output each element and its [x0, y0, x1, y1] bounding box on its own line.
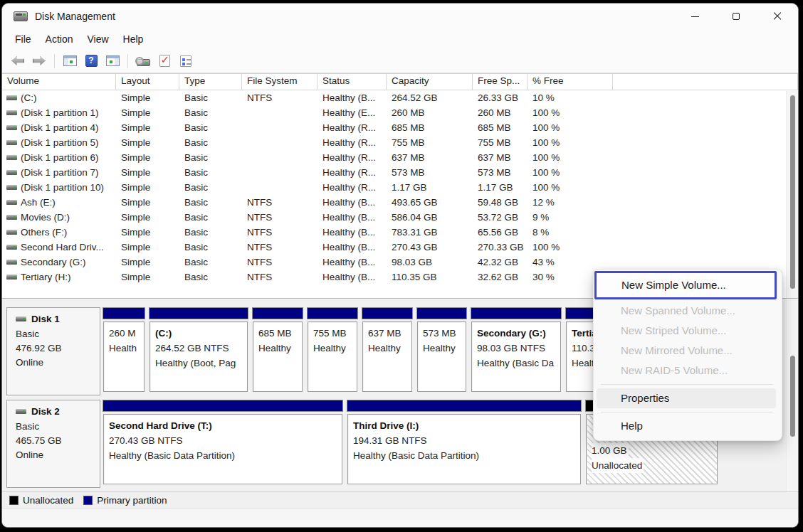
forward-button[interactable] — [29, 52, 49, 70]
volume-name-cell: (Disk 1 partition 5) — [2, 137, 116, 148]
forward-icon — [33, 56, 46, 65]
percent-free-cell: 100 % — [528, 137, 613, 148]
rescan-disks-button[interactable] — [133, 52, 153, 70]
partition-260-m[interactable]: 260 MHealth — [103, 307, 145, 395]
toolbar-separator — [54, 54, 55, 68]
table-row[interactable]: Movies (D:)SimpleBasicNTFSHealthy (B...5… — [2, 210, 798, 225]
partition-body: (C:)264.52 GB NTFSHealthy (Boot, Pag — [149, 321, 248, 392]
disk-header-disk-1[interactable]: Disk 1Basic476.92 GBOnline — [6, 307, 100, 395]
column-header-type[interactable]: Type — [179, 74, 242, 90]
partition-755-mb[interactable]: 755 MBHealthy — [307, 307, 358, 395]
table-row[interactable]: Secondary (G:)SimpleBasicNTFSHealthy (B.… — [2, 255, 798, 270]
partition-third-drive-i[interactable]: Third Drive (I:)194.31 GB NTFSHealthy (B… — [347, 400, 582, 488]
window-title: Disk Management — [35, 11, 115, 22]
show-action-pane-button[interactable] — [103, 52, 122, 70]
disk-header-disk-2[interactable]: Disk 2Basic465.75 GBOnline — [6, 400, 100, 488]
status-bar — [2, 509, 798, 527]
minimize-button[interactable] — [674, 4, 715, 29]
primary-partition-color-strip — [149, 307, 248, 319]
properties-list-icon — [180, 55, 191, 67]
legend-swatch-primary-partition — [83, 496, 93, 505]
menu-action[interactable]: Action — [38, 31, 80, 47]
partition-second-hard-drive-t[interactable]: Second Hard Drive (T:)270.43 GB NTFSHeal… — [103, 400, 343, 488]
volume-drive-icon — [6, 245, 17, 250]
volume-name: Second Hard Driv... — [21, 242, 104, 252]
check-document-button[interactable] — [154, 52, 174, 70]
menu-view[interactable]: View — [80, 31, 115, 47]
partition-c[interactable]: (C:)264.52 GB NTFSHealthy (Boot, Pag — [149, 307, 248, 395]
column-header-free-sp[interactable]: Free Sp... — [473, 74, 528, 90]
partition-size: 264.52 GB NTFS — [155, 341, 242, 356]
maximize-button[interactable] — [715, 4, 757, 29]
table-row[interactable]: (Disk 1 partition 6)SimpleBasicHealthy (… — [2, 150, 798, 165]
table-row[interactable]: (C:)SimpleBasicNTFSHealthy (B...264.52 G… — [2, 90, 798, 105]
capacity-cell: 755 MB — [387, 137, 473, 148]
volume-list-scrollbar-thumb[interactable] — [790, 95, 795, 289]
help-button[interactable] — [81, 52, 101, 70]
menu-help[interactable]: Help — [116, 31, 151, 47]
partition-body: 573 MBHealthy — [417, 321, 466, 392]
volume-name-cell: Movies (D:) — [2, 212, 116, 223]
partition-body: Second Hard Drive (T:)270.43 GB NTFSHeal… — [103, 414, 342, 484]
partition-secondary-g[interactable]: Secondary (G:)98.03 GB NTFSHealthy (Basi… — [471, 307, 562, 395]
partition-637-mb[interactable]: 637 MBHealthy — [362, 307, 413, 395]
properties-list-button[interactable] — [176, 52, 196, 70]
back-button[interactable] — [8, 52, 28, 70]
volume-name: (Disk 1 partition 5) — [21, 137, 99, 148]
context-menu: New Simple Volume...New Spanned Volume..… — [593, 269, 782, 441]
partition-size: 260 M — [109, 326, 139, 341]
legend-item-primary-partition: Primary partition — [83, 495, 167, 506]
table-row[interactable]: (Disk 1 partition 1)SimpleBasicHealthy (… — [2, 105, 798, 120]
partition-label: Third Drive (I:) — [353, 418, 575, 433]
table-row[interactable]: (Disk 1 partition 5)SimpleBasicHealthy (… — [2, 135, 798, 150]
percent-free-cell: 12 % — [528, 197, 613, 208]
disk-size: 465.75 GB — [16, 434, 100, 448]
partition-status: Healthy — [313, 341, 352, 356]
free-space-cell: 32.62 GB — [473, 272, 528, 282]
table-row[interactable]: Others (F:)SimpleBasicNTFSHealthy (B...7… — [2, 225, 798, 240]
percent-free-cell: 43 % — [528, 257, 613, 267]
context-menu-item-help[interactable]: Help — [594, 416, 782, 436]
column-header-volume[interactable]: Volume — [2, 74, 116, 90]
table-row[interactable]: Ash (E:)SimpleBasicNTFSHealthy (B...493.… — [2, 195, 798, 210]
partition-685-mb[interactable]: 685 MBHealthy — [252, 307, 303, 395]
free-space-cell: 260 MB — [473, 107, 528, 118]
context-menu-item-properties[interactable]: Properties — [597, 388, 776, 408]
volume-name: Tertiary (H:) — [21, 272, 71, 282]
column-header-status[interactable]: Status — [317, 74, 387, 90]
context-menu-item-new-mirrored-volume: New Mirrored Volume... — [594, 341, 782, 361]
table-row[interactable]: (Disk 1 partition 10)SimpleBasicHealthy … — [2, 180, 798, 195]
filesystem-cell: NTFS — [242, 227, 317, 238]
partition-573-mb[interactable]: 573 MBHealthy — [416, 307, 467, 395]
status-cell: Healthy (B... — [317, 272, 387, 282]
table-row[interactable]: (Disk 1 partition 4)SimpleBasicHealthy (… — [2, 120, 798, 135]
volume-list-scrollbar[interactable] — [786, 91, 798, 298]
volume-drive-icon — [6, 95, 17, 100]
menu-file[interactable]: File — [8, 31, 38, 47]
context-menu-item-new-simple-volume[interactable]: New Simple Volume... — [594, 271, 777, 299]
percent-free-cell: 100 % — [528, 167, 613, 178]
status-cell: Healthy (R... — [317, 167, 387, 178]
legend-item-unallocated: Unallocated — [9, 495, 73, 506]
layout-cell: Simple — [116, 212, 179, 223]
primary-partition-color-strip — [416, 307, 467, 319]
column-header-capacity[interactable]: Capacity — [387, 74, 473, 90]
table-row[interactable]: Second Hard Driv...SimpleBasicNTFSHealth… — [2, 240, 798, 255]
capacity-cell: 637 MB — [387, 152, 473, 163]
partition-size: 98.03 GB NTFS — [477, 341, 555, 356]
context-menu-item-new-raid-5-volume: New RAID-5 Volume... — [594, 361, 782, 381]
show-console-tree-button[interactable] — [60, 52, 80, 70]
table-row[interactable]: (Disk 1 partition 7)SimpleBasicHealthy (… — [2, 165, 798, 180]
volume-name: (Disk 1 partition 4) — [21, 122, 99, 133]
graphical-view-scrollbar[interactable] — [786, 299, 798, 491]
close-button[interactable] — [757, 4, 798, 29]
column-header-free[interactable]: % Free — [528, 74, 613, 90]
graphical-view-scrollbar-thumb[interactable] — [790, 356, 795, 437]
status-cell: Healthy (B... — [317, 92, 387, 103]
rescan-disks-icon — [137, 59, 150, 66]
filesystem-cell: NTFS — [242, 272, 317, 282]
column-header-file-system[interactable]: File System — [242, 74, 317, 90]
column-header-layout[interactable]: Layout — [116, 74, 179, 90]
partition-size: 637 MB — [368, 326, 406, 341]
primary-partition-color-strip — [347, 400, 582, 412]
